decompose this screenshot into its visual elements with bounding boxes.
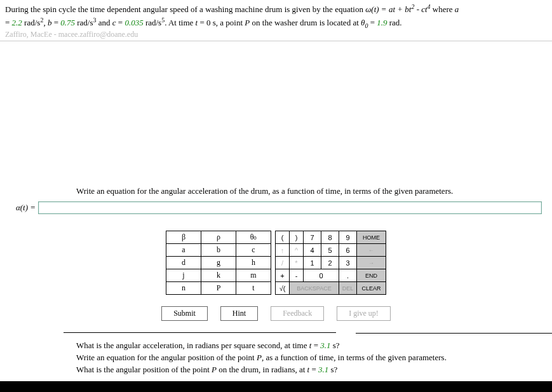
palette-big-p[interactable]: P <box>201 282 236 295</box>
divider-top <box>0 41 552 41</box>
key-right[interactable]: → <box>357 257 386 269</box>
palette-g[interactable]: g <box>201 257 236 269</box>
palette-t[interactable]: t <box>236 282 271 295</box>
theta-value: 1.9 <box>377 18 387 27</box>
problem-intro: During the spin cycle the time dependent… <box>5 4 365 14</box>
question-4: What is the angular position of the poin… <box>76 364 547 376</box>
divider-mid-left <box>64 332 336 333</box>
answer-input[interactable] <box>38 201 542 214</box>
theta-unit: rad. <box>387 18 402 27</box>
empty-work-area <box>0 44 552 184</box>
answer-label: α(t) = <box>11 203 36 213</box>
question-3: Write an equation for the angular positi… <box>76 352 547 364</box>
omega-eq-part1: ω(t) = at + bt2 - ct4 <box>365 4 430 14</box>
key-left[interactable]: ← <box>357 244 386 257</box>
palette-k[interactable]: k <box>201 269 236 282</box>
key-0[interactable]: 0 <box>304 269 339 282</box>
giveup-button: I give up! <box>337 306 391 321</box>
palette-h[interactable]: h <box>236 257 271 269</box>
variable-palette: β ρ θ₀ a b c d g h j k m n P t <box>166 231 271 295</box>
hint-button[interactable]: Hint <box>220 306 258 321</box>
key-8[interactable]: 8 <box>321 231 339 244</box>
a-unit: rad/s2 <box>22 18 44 27</box>
key-7[interactable]: 7 <box>304 231 321 244</box>
key-minus[interactable]: - <box>290 269 304 282</box>
palette-m[interactable]: m <box>236 269 271 282</box>
key-4[interactable]: 4 <box>304 244 321 257</box>
time-text: . At time <box>165 18 195 27</box>
key-6[interactable]: 6 <box>339 244 357 257</box>
c-value: 0.035 <box>125 18 143 27</box>
theta0: θ0 <box>361 18 368 27</box>
palette-rho[interactable]: ρ <box>201 231 236 244</box>
key-rparen[interactable]: ) <box>290 231 304 244</box>
p-text: on the washer drum is located at <box>250 18 361 27</box>
where-text: where <box>431 4 455 14</box>
key-home[interactable]: HOME <box>357 231 386 244</box>
key-plus[interactable]: + <box>276 269 290 282</box>
palette-a[interactable]: a <box>166 244 201 257</box>
var-a: a <box>455 4 459 14</box>
eq-sign-1: = <box>5 18 12 27</box>
a-value: 2.2 <box>12 18 22 27</box>
b-unit: rad/s3 <box>75 18 97 27</box>
bottom-black-bar <box>0 381 552 392</box>
key-3[interactable]: 3 <box>339 257 357 269</box>
palette-theta0[interactable]: θ₀ <box>236 231 271 244</box>
problem-statement: During the spin cycle the time dependent… <box>0 0 552 30</box>
palette-n[interactable]: n <box>166 282 201 295</box>
action-button-row: Submit Hint Feedback I give up! <box>0 301 552 332</box>
key-caret[interactable]: ^ <box>290 244 304 257</box>
key-9[interactable]: 9 <box>339 231 357 244</box>
key-1[interactable]: 1 <box>304 257 321 269</box>
key-sqrt[interactable]: √( <box>276 282 290 295</box>
key-clear[interactable]: CLEAR <box>357 282 386 295</box>
answer-row: α(t) = <box>0 199 552 219</box>
key-slash[interactable]: / <box>276 257 290 269</box>
key-star[interactable]: * <box>290 257 304 269</box>
sub-questions: What is the angular acceleration, in rad… <box>0 334 552 381</box>
watermark-text: Zaffiro, MacEe - macee.zaffiro@doane.edu <box>0 30 552 41</box>
key-2[interactable]: 2 <box>321 257 339 269</box>
input-palette-wrap: β ρ θ₀ a b c d g h j k m n P t ( ) 7 <box>0 219 552 301</box>
var-t: t <box>196 18 198 27</box>
question-1: Write an equation for the angular accele… <box>0 184 552 199</box>
submit-button[interactable]: Submit <box>161 306 208 321</box>
key-del[interactable]: DEL <box>339 282 357 295</box>
palette-beta[interactable]: β <box>166 231 201 244</box>
key-up[interactable]: ↑ <box>276 244 290 257</box>
palette-b[interactable]: b <box>201 244 236 257</box>
feedback-button: Feedback <box>271 306 324 321</box>
key-end[interactable]: END <box>357 269 386 282</box>
palette-c[interactable]: c <box>236 244 271 257</box>
palette-d[interactable]: d <box>166 257 201 269</box>
question-2: What is the angular acceleration, in rad… <box>76 340 547 352</box>
t-val-text: = 0 s, a point <box>199 18 245 27</box>
key-lparen[interactable]: ( <box>276 231 290 244</box>
key-5[interactable]: 5 <box>321 244 339 257</box>
b-value: 0.75 <box>60 18 75 27</box>
key-backspace[interactable]: BACKSPACE <box>290 282 339 295</box>
key-dot[interactable]: . <box>339 269 357 282</box>
number-pad: ( ) 7 8 9 HOME ↑ ^ 4 5 6 ← / * 1 2 3 → +… <box>275 231 386 295</box>
c-unit: rad/s5 <box>144 18 165 27</box>
palette-j[interactable]: j <box>166 269 201 282</box>
